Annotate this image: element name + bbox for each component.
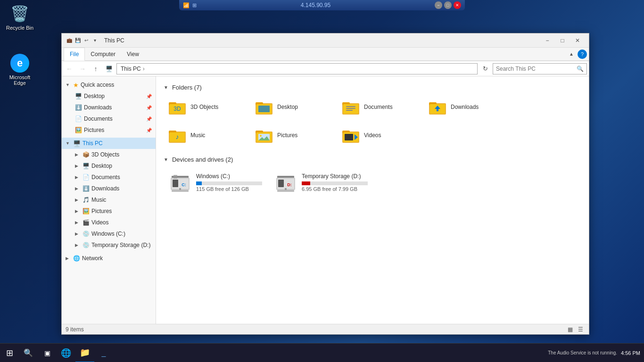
top-bar-minimize[interactable]: − [435,1,442,9]
folder-item-music[interactable]: ♪ Music [164,122,248,148]
sidebar-item-3d-objects[interactable]: ▶ 📦 3D Objects [62,149,156,160]
refresh-button[interactable]: ↻ [479,63,491,74]
sidebar-item-videos[interactable]: ▶ 🎬 Videos [62,217,156,228]
pin-icon-desktop: 📌 [146,94,152,99]
folder-grid: 3D 3D Objects Desktop [164,94,581,152]
status-bar: 9 items ▦ ☰ [62,324,589,334]
svg-rect-45 [285,188,287,190]
drive-c-bar-container [196,181,262,185]
drives-section-label: Devices and drives (2) [172,156,233,163]
items-count: 9 items [66,326,84,333]
folder-item-downloads[interactable]: Downloads [424,94,509,120]
taskbar-file-explorer[interactable]: 📁 [75,344,94,362]
explorer-titlebar: 💼 💾 ↩ ▾ This PC − □ ✕ [62,33,589,48]
taskbar-ie[interactable]: 🌐 [57,344,75,362]
tab-view[interactable]: View [121,48,145,61]
folder-item-videos[interactable]: Videos [337,122,422,148]
folder-item-3d-objects[interactable]: 3D 3D Objects [164,94,248,120]
sidebar-item-this-pc-documents[interactable]: ▶ 📄 Documents [62,172,156,183]
this-pc-icon: 🖥️ [73,140,81,147]
taskbar-time: 4:56 PM [621,350,640,356]
drive-d-name: Temporary Storage (D:) [302,173,368,180]
ribbon-collapse-button[interactable]: ▲ [567,50,576,58]
drives-section-header[interactable]: ▼ Devices and drives (2) [164,152,581,166]
sidebar-item-windows-c[interactable]: ▶ 💿 Windows (C:) [62,228,156,239]
dropdown-arrow-titlebar[interactable]: ▾ [91,37,99,44]
pics-sub-arrow: ▶ [75,209,81,214]
quick-access-star-icon: ★ [73,82,79,89]
drive-d-icon: D: [274,171,297,194]
back-button[interactable]: ← [64,63,75,74]
minimize-button[interactable]: − [540,33,555,48]
sidebar-item-quick-access[interactable]: ▼ ★ Quick access [62,79,156,90]
up-button[interactable]: ↑ [90,63,101,74]
top-bar-maximize[interactable]: □ [444,1,452,9]
details-view-button[interactable]: ☰ [576,325,585,334]
sidebar-item-pictures[interactable]: 🖼️ Pictures 📌 [62,124,156,136]
taskbar-search-button[interactable]: 🔍 [19,344,38,362]
this-pc-arrow: ▼ [66,141,71,146]
sidebar-item-documents[interactable]: 📄 Documents 📌 [62,113,156,124]
folders-section-header[interactable]: ▼ Folders (7) [164,80,581,94]
tab-computer[interactable]: Computer [85,48,121,61]
svg-text:D:: D: [287,182,292,187]
recycle-bin-icon[interactable]: 🗑️ Recycle Bin [1,2,39,33]
search-icon[interactable]: 🔍 [577,66,584,72]
sidebar-item-this-pc-desktop[interactable]: ▶ 🖥️ Desktop [62,160,156,172]
desktop-sub-arrow: ▶ [75,164,81,168]
address-bar: ← → ↑ 🖥️ This PC › ↻ 🔍 [62,61,589,76]
undo-icon[interactable]: ↩ [83,37,90,44]
help-button[interactable]: ? [578,49,587,59]
top-bar-close[interactable]: ✕ [454,1,461,9]
downloads-folder-icon: ⬇️ [75,104,82,111]
drive-d-bar-container [302,181,368,185]
desktop-folder-icon: 🖥️ [75,93,82,99]
sidebar-item-music[interactable]: ▶ 🎵 Music [62,194,156,206]
music-icon: 🎵 [83,197,90,203]
network-arrow: ▶ [66,256,71,261]
folders-collapse-icon: ▼ [164,85,168,90]
folder-item-pictures[interactable]: Pictures [250,122,335,148]
recycle-bin-label: Recycle Bin [6,25,33,31]
taskbar-powershell[interactable]: _ [94,344,113,362]
address-path[interactable]: This PC › [116,63,478,74]
save-icon[interactable]: 💾 [74,37,82,44]
top-bar: 📶 ⊞ 4.145.90.95 − □ ✕ [179,0,465,10]
folder-item-documents[interactable]: Documents [337,94,422,120]
folder-item-desktop[interactable]: Desktop [250,94,335,120]
svg-rect-44 [278,180,284,187]
drive-windows-c[interactable]: C: Windows (C:) 115 GB free of 126 GB [164,166,267,199]
sidebar-item-this-pc-downloads[interactable]: ▶ ⬇️ Downloads [62,183,156,194]
sidebar-item-temp-d[interactable]: ▶ 💿 Temporary Storage (D:) [62,239,156,251]
sidebar-item-this-pc-pictures[interactable]: ▶ 🖼️ Pictures [62,206,156,217]
microsoft-edge-icon[interactable]: e Microsoft Edge [1,52,39,88]
folder-desktop-icon [255,98,273,116]
large-icons-view-button[interactable]: ▦ [565,325,575,334]
explorer-body: ▼ ★ Quick access 🖥️ Desktop 📌 ⬇️ Downloa… [62,76,589,324]
pin-icon-documents: 📌 [146,116,152,122]
close-button[interactable]: ✕ [570,33,585,48]
maximize-button[interactable]: □ [555,33,570,48]
search-box: 🔍 [493,63,587,74]
taskbar-task-view[interactable]: ▣ [38,344,57,362]
explorer-title: This PC [104,37,124,44]
sidebar-item-downloads[interactable]: ⬇️ Downloads 📌 [62,102,156,113]
search-input[interactable] [496,66,575,72]
drive-temp-d[interactable]: D: Temporary Storage (D:) 6.95 GB free o… [269,166,373,199]
tab-file[interactable]: File [64,48,85,61]
svg-rect-7 [258,106,270,112]
quick-access-toolbar-icon[interactable]: 💼 [66,37,73,44]
forward-button[interactable]: → [77,63,88,74]
folders-section-label: Folders (7) [172,84,202,91]
start-button[interactable]: ⊞ [0,344,19,362]
folder-pictures-icon [255,126,273,145]
sidebar-item-desktop[interactable]: 🖥️ Desktop 📌 [62,90,156,102]
quick-access-section: ▼ ★ Quick access 🖥️ Desktop 📌 ⬇️ Downloa… [62,78,156,137]
documents-folder-icon: 📄 [75,115,82,122]
sidebar-item-this-pc[interactable]: ▼ 🖥️ This PC [62,138,156,149]
sidebar-item-network[interactable]: ▶ 🌐 Network [62,253,156,264]
sidebar: ▼ ★ Quick access 🖥️ Desktop 📌 ⬇️ Downloa… [62,76,156,324]
quick-access-arrow: ▼ [66,82,71,87]
top-bar-ip: 4.145.90.95 [301,2,330,8]
drives-grid: C: Windows (C:) 115 GB free of 126 GB [164,166,581,203]
